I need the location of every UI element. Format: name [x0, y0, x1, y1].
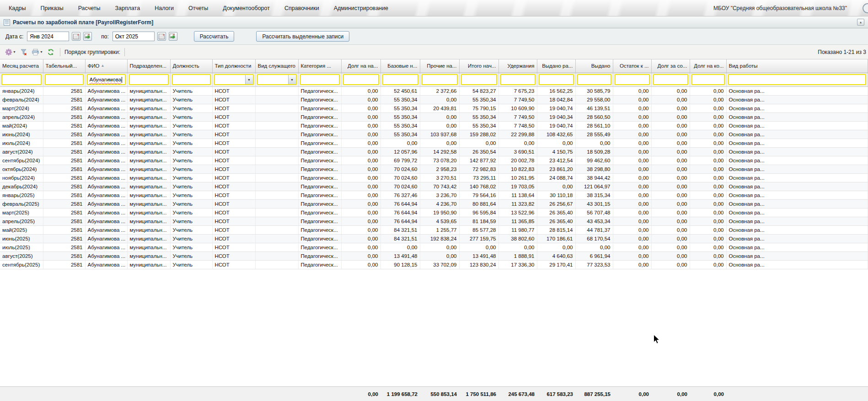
cell[interactable]	[255, 139, 298, 147]
cell[interactable]: 0,00	[613, 156, 651, 165]
cell[interactable]: 43 453,34	[575, 217, 613, 225]
calendar-icon[interactable]	[157, 32, 166, 41]
cell[interactable]: Абунагимова ...	[85, 95, 127, 104]
cell[interactable]: 3 236,70	[420, 191, 459, 199]
cell[interactable]: Абунагимова ...	[85, 156, 127, 165]
cell[interactable]: ноябрь(2024)	[0, 173, 43, 182]
cell[interactable]	[255, 165, 298, 173]
table-row[interactable]: апрель(2024)2581Абунагимова ...муниципал…	[0, 112, 868, 121]
cell[interactable]: 0,00	[420, 243, 459, 251]
column-header-18[interactable]: Долг на ко...	[690, 59, 726, 73]
table-row[interactable]: февраль(2024)2581Абунагимова ...муниципа…	[0, 95, 868, 104]
cell[interactable]: Педагогическ...	[298, 243, 341, 251]
cell[interactable]: март(2024)	[0, 104, 43, 112]
cell[interactable]	[255, 260, 298, 269]
cell[interactable]: июнь(2024)	[0, 130, 43, 139]
cell[interactable]: Абунагимова ...	[85, 130, 127, 139]
cell[interactable]: НСОТ	[212, 156, 255, 165]
cell[interactable]: 121 064,97	[575, 182, 613, 191]
cell[interactable]: 2581	[43, 234, 85, 243]
table-row[interactable]: апрель(2025)2581Абунагимова ...муниципал…	[0, 217, 868, 225]
table-row[interactable]: май(2025)2581Абунагимова ...муниципальн.…	[0, 225, 868, 234]
chevron-down-icon[interactable]: ▼	[245, 75, 253, 84]
cell[interactable]: Основная ра...	[726, 217, 868, 225]
cell[interactable]: Учитель	[170, 208, 212, 217]
cell[interactable]: 0,00	[651, 86, 690, 95]
cell[interactable]: 0,00	[613, 86, 651, 95]
column-header-2[interactable]: Табельный...	[43, 59, 85, 73]
column-header-13[interactable]: Удержания	[498, 59, 537, 73]
cell[interactable]: 108 432,65	[537, 130, 575, 139]
cell[interactable]: 0,00	[651, 225, 690, 234]
cell[interactable]: 30 585,79	[575, 86, 613, 95]
cell[interactable]: 29 558,00	[575, 95, 613, 104]
cell[interactable]: 0,00	[420, 251, 459, 260]
column-header-12[interactable]: Итого нач...	[459, 59, 498, 73]
cell[interactable]: муниципальн...	[127, 225, 170, 234]
cell[interactable]: 19 040,74	[537, 121, 575, 130]
cell[interactable]: 96 595,84	[459, 208, 498, 217]
cell[interactable]: 99 462,60	[575, 156, 613, 165]
cell[interactable]: Основная ра...	[726, 208, 868, 217]
cell[interactable]: июнь(2025)	[0, 234, 43, 243]
cell[interactable]: НСОТ	[212, 251, 255, 260]
calculate-selected-button[interactable]: Рассчитать выделенные записи	[256, 31, 349, 42]
cell[interactable]: 10 609,90	[498, 104, 537, 112]
cell[interactable]: НСОТ	[212, 208, 255, 217]
cell[interactable]: 77 323,53	[575, 260, 613, 269]
cell[interactable]: август(2024)	[0, 147, 43, 156]
cell[interactable]: 26 365,40	[537, 208, 575, 217]
cell[interactable]: муниципальн...	[127, 208, 170, 217]
cell[interactable]: 0,00	[341, 260, 380, 269]
cell[interactable]: Основная ра...	[726, 95, 868, 104]
menu-administrirovanie[interactable]: Администрирование	[333, 4, 389, 12]
cell[interactable]: Основная ра...	[726, 225, 868, 234]
cell[interactable]: 18 509,28	[575, 147, 613, 156]
cell[interactable]: 0,00	[690, 86, 726, 95]
filter-input-15[interactable]	[578, 75, 611, 84]
cell[interactable]: Основная ра...	[726, 130, 868, 139]
cell[interactable]: 0,00	[537, 139, 575, 147]
cell[interactable]: Абунагимова ...	[85, 260, 127, 269]
cell[interactable]	[255, 217, 298, 225]
calendar-go-icon[interactable]	[169, 32, 177, 41]
cell[interactable]: 0,00	[613, 251, 651, 260]
cell[interactable]: 29 170,41	[537, 260, 575, 269]
cell[interactable]: 4 150,75	[537, 147, 575, 156]
cell[interactable]: Основная ра...	[726, 86, 868, 95]
cell[interactable]: Педагогическ...	[298, 104, 341, 112]
cell[interactable]: Педагогическ...	[298, 217, 341, 225]
cell[interactable]: 2581	[43, 243, 85, 251]
cell[interactable]: 0,00	[341, 104, 380, 112]
cell[interactable]: 19 040,34	[537, 112, 575, 121]
cell[interactable]: 0,00	[651, 165, 690, 173]
cell[interactable]	[255, 199, 298, 208]
cell[interactable]: Педагогическ...	[298, 173, 341, 182]
cell[interactable]: 0,00	[651, 260, 690, 269]
cell[interactable]: 68 170,54	[575, 234, 613, 243]
cell[interactable]: 28 561,10	[575, 121, 613, 130]
cell[interactable]: Педагогическ...	[298, 251, 341, 260]
cell[interactable]: 28 815,14	[537, 225, 575, 234]
cell[interactable]: муниципальн...	[127, 199, 170, 208]
filter-input-18[interactable]	[692, 75, 724, 84]
cell[interactable]: 0,00	[459, 139, 498, 147]
cell[interactable]: 0,00	[537, 243, 575, 251]
menu-nalogi[interactable]: Налоги	[154, 4, 174, 12]
cell[interactable]: сентябрь(2025)	[0, 260, 43, 269]
cell[interactable]: Учитель	[170, 225, 212, 234]
cell[interactable]: 54 823,27	[459, 86, 498, 95]
cell[interactable]: 69 799,72	[380, 156, 420, 165]
cell[interactable]: 2581	[43, 86, 85, 95]
table-row[interactable]: июль(2024)2581Абунагимова ...муниципальн…	[0, 139, 868, 147]
cell[interactable]: 70 024,60	[380, 165, 420, 173]
cell[interactable]: 2581	[43, 208, 85, 217]
cell[interactable]: 0,00	[341, 243, 380, 251]
cell[interactable]: 0,00	[613, 139, 651, 147]
cell[interactable]: 0,00	[498, 243, 537, 251]
cell[interactable]: муниципальн...	[127, 95, 170, 104]
cell[interactable]: 0,00	[420, 95, 459, 104]
cell[interactable]: 76 644,94	[380, 208, 420, 217]
cell[interactable]: Основная ра...	[726, 234, 868, 243]
column-header-14[interactable]: Выдано ра...	[537, 59, 575, 73]
